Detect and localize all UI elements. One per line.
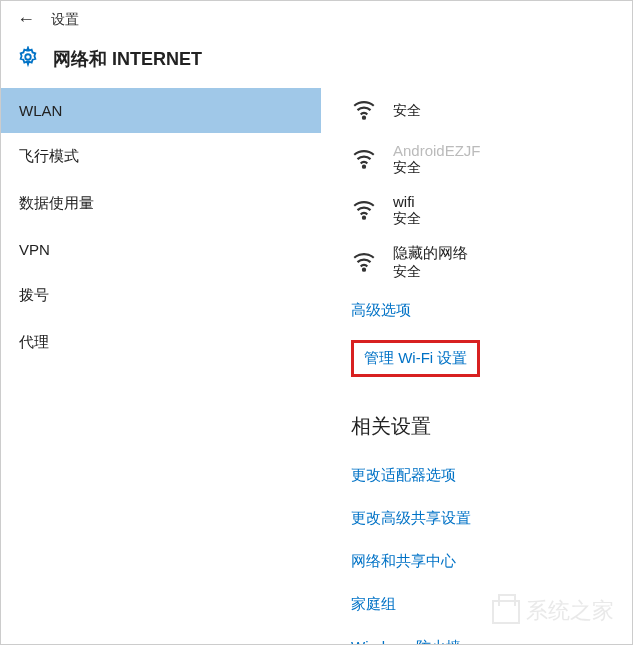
gear-icon [17,46,39,72]
wifi-status: 安全 [393,102,421,120]
wifi-icon [351,196,377,226]
wifi-name: 隐藏的网络 [393,244,468,263]
svg-point-2 [363,165,365,167]
link-adapter-options[interactable]: 更改适配器选项 [351,466,456,485]
sidebar-item-airplane[interactable]: 飞行模式 [1,133,321,180]
sidebar-item-label: 拨号 [19,286,49,303]
wifi-status: 安全 [393,263,468,281]
svg-point-3 [363,216,365,218]
link-sharing-settings[interactable]: 更改高级共享设置 [351,509,471,528]
header-title: 设置 [51,11,79,29]
wifi-icon [351,248,377,278]
wifi-info: 隐藏的网络 安全 [393,244,468,281]
wifi-name: AndroidEZJF [393,142,481,159]
wifi-network-item[interactable]: AndroidEZJF 安全 [351,134,612,185]
svg-point-0 [25,54,31,60]
sidebar-item-dialup[interactable]: 拨号 [1,272,321,319]
wifi-network-item[interactable]: 隐藏的网络 安全 [351,236,612,289]
link-firewall[interactable]: Windows 防火墙 [351,638,461,645]
sidebar-item-proxy[interactable]: 代理 [1,319,321,366]
sidebar: WLAN 飞行模式 数据使用量 VPN 拨号 代理 [1,88,321,645]
sidebar-item-label: WLAN [19,102,62,119]
wifi-status: 安全 [393,210,421,228]
wifi-info: 安全 [393,102,421,120]
wifi-network-item[interactable]: 安全 [351,88,612,134]
link-advanced-options[interactable]: 高级选项 [351,301,411,320]
sidebar-item-wlan[interactable]: WLAN [1,88,321,133]
sidebar-item-label: 数据使用量 [19,194,94,211]
sidebar-item-data-usage[interactable]: 数据使用量 [1,180,321,227]
highlight-box: 管理 Wi-Fi 设置 [351,340,480,377]
link-manage-wifi[interactable]: 管理 Wi-Fi 设置 [364,349,467,368]
link-network-center[interactable]: 网络和共享中心 [351,552,456,571]
title-row: 网络和 INTERNET [1,30,632,88]
content: WLAN 飞行模式 数据使用量 VPN 拨号 代理 安全 AndroidEZJF… [1,88,632,645]
sidebar-item-label: 飞行模式 [19,147,79,164]
wifi-name: wifi [393,193,421,210]
sidebar-item-vpn[interactable]: VPN [1,227,321,272]
sidebar-item-label: VPN [19,241,50,258]
header: ← 设置 [1,1,632,30]
wifi-icon [351,145,377,175]
svg-point-1 [363,117,365,119]
wifi-info: AndroidEZJF 安全 [393,142,481,177]
wifi-info: wifi 安全 [393,193,421,228]
related-settings-title: 相关设置 [351,413,612,440]
wifi-icon [351,96,377,126]
sidebar-item-label: 代理 [19,333,49,350]
back-icon[interactable]: ← [17,9,35,30]
svg-point-4 [363,268,365,270]
main-panel: 安全 AndroidEZJF 安全 wifi 安全 [321,88,632,645]
link-homegroup[interactable]: 家庭组 [351,595,396,614]
wifi-status: 安全 [393,159,481,177]
page-title: 网络和 INTERNET [53,47,202,71]
wifi-network-item[interactable]: wifi 安全 [351,185,612,236]
